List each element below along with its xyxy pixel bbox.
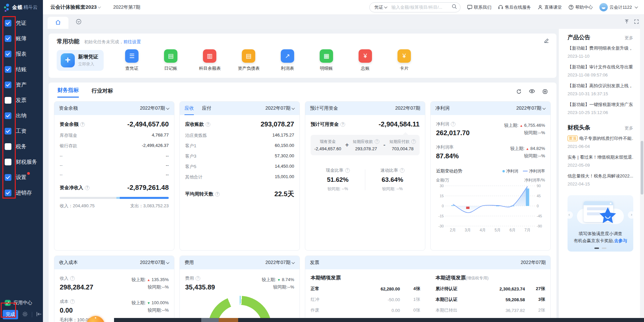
- checkbox-salary[interactable]: [5, 128, 11, 135]
- search-icon[interactable]: [452, 4, 457, 10]
- period-dropdown[interactable]: 2022年07期: [140, 105, 169, 111]
- help-icon[interactable]: ?: [196, 276, 200, 281]
- search-input[interactable]: [391, 5, 452, 10]
- help-icon[interactable]: ?: [400, 168, 405, 173]
- shortcut-general-ledger[interactable]: ¥总账: [355, 49, 376, 71]
- shortcut-daybook[interactable]: ▤日记账: [160, 49, 181, 71]
- help-icon[interactable]: ?: [215, 192, 220, 197]
- period-dropdown[interactable]: 2022年07期: [140, 260, 169, 266]
- edit-pencil-icon[interactable]: [544, 38, 549, 45]
- help-icon[interactable]: ?: [411, 139, 416, 144]
- help-icon[interactable]: ?: [70, 276, 75, 281]
- user-menu[interactable]: 云会计1122: [599, 3, 638, 11]
- help-center-link[interactable]: 帮助中心: [569, 4, 593, 10]
- checkbox-report[interactable]: [5, 51, 11, 57]
- tab-finance-indicators[interactable]: 财务指标: [57, 87, 79, 98]
- checkbox-tax[interactable]: [5, 143, 11, 150]
- sidebar-item-ledger[interactable]: 账簿: [5, 34, 43, 43]
- news-item[interactable]: 信息量很大！税务总局解读2022...2022-04-15: [568, 173, 633, 186]
- refresh-icon[interactable]: [516, 89, 522, 96]
- shortcut-detail-ledger[interactable]: ▦明细账: [316, 49, 337, 71]
- carousel-next-icon[interactable]: ›: [628, 211, 635, 219]
- live-classroom-link[interactable]: 直播课堂: [538, 4, 562, 10]
- shortcut-account-balance[interactable]: ▥科目余额表: [199, 49, 220, 71]
- tab-list-dropdown-icon[interactable]: [76, 19, 82, 26]
- checkbox-inventory[interactable]: [5, 190, 11, 196]
- period-dropdown[interactable]: 2022年07期: [265, 260, 295, 266]
- help-icon[interactable]: ?: [340, 122, 345, 127]
- income-label: 收入：204,490.75: [60, 203, 95, 209]
- sidebar-item-salary[interactable]: 工资: [5, 127, 43, 136]
- goto-settings-link[interactable]: 前往设置: [123, 39, 141, 44]
- tab-industry-benchmark[interactable]: 行业对标: [92, 88, 113, 97]
- after-sales-service-link[interactable]: 售后在线服务: [498, 4, 531, 10]
- fullscreen-icon[interactable]: [634, 19, 639, 25]
- tab-payable[interactable]: 应付: [202, 102, 211, 115]
- sidebar-item-voucher[interactable]: 凭证: [5, 19, 43, 28]
- sidebar-item-tax[interactable]: 税务: [5, 142, 43, 151]
- checkbox-closing[interactable]: [5, 66, 11, 73]
- shortcut-card[interactable]: ¥卡片: [393, 49, 415, 71]
- help-icon[interactable]: ?: [451, 122, 455, 126]
- sidebar-item-invoice[interactable]: 发票: [5, 96, 43, 105]
- help-icon[interactable]: ?: [375, 139, 379, 144]
- eye-icon[interactable]: [529, 89, 535, 96]
- svg-text:2月: 2月: [450, 228, 456, 232]
- collapse-sidebar-icon[interactable]: [36, 312, 42, 318]
- checkbox-tax-service[interactable]: [5, 159, 11, 165]
- sidebar-item-closing[interactable]: 结账: [5, 65, 43, 74]
- shortcut-balance-statement[interactable]: ▤资产负债表: [238, 49, 259, 71]
- sidebar-item-tax-service[interactable]: 财税服务: [5, 158, 43, 166]
- brand-logo-icon: [3, 3, 11, 11]
- gear-icon[interactable]: [542, 89, 548, 96]
- promo-join-link[interactable]: 去参与: [614, 238, 627, 243]
- help-icon[interactable]: ?: [206, 122, 210, 127]
- announcement-item[interactable]: 【新功能】一键报税新增支持广东...2023-10-25 15:12:06: [568, 102, 633, 115]
- page-scrollbar[interactable]: [640, 15, 644, 322]
- sidebar-item-asset[interactable]: 资产: [5, 80, 43, 89]
- help-icon[interactable]: ?: [345, 168, 350, 173]
- checkbox-ledger[interactable]: [5, 35, 11, 42]
- survey-promo-card[interactable]: ‹ › 填写体验满意度小调查 有机会赢京东卡奖励,去参与: [568, 195, 633, 252]
- account-set-selector[interactable]: 云会计体验账套2023: [50, 4, 101, 10]
- shortcut-check-voucher[interactable]: ☰查凭证: [121, 49, 143, 71]
- tab-receivable[interactable]: 应收: [184, 102, 194, 115]
- help-icon[interactable]: ?: [85, 185, 90, 190]
- news-item[interactable]: 实务 | 看过来！增值税期末留抵退...2022-05-09: [568, 154, 633, 168]
- announcement-item[interactable]: 【新功能】高拍仪识别发票上线，...2023-10-31 16:37:15: [568, 83, 633, 96]
- checkbox-invoice[interactable]: [5, 97, 11, 104]
- help-icon[interactable]: ?: [70, 299, 75, 304]
- new-voucher-button[interactable]: + 新增凭证 立即录入: [57, 50, 104, 71]
- checkbox-voucher[interactable]: [5, 20, 11, 26]
- scrollbar-thumb[interactable]: [641, 141, 643, 195]
- sidebar-item-settings[interactable]: 设置: [5, 173, 43, 182]
- period-label: 2022年07期: [395, 105, 420, 111]
- sidebar-item-inventory[interactable]: 进销存: [5, 189, 43, 197]
- invoice-row: 累计待认证2,300,623.7427张: [436, 286, 545, 292]
- theme-sun-icon[interactable]: [22, 311, 28, 318]
- announcement-item[interactable]: 【新功能】审计文件在线化导出重...2023-11-08 09:57:06: [568, 64, 633, 77]
- sidebar-item-cashier[interactable]: 出纳: [5, 111, 43, 120]
- checkbox-asset[interactable]: [5, 82, 11, 88]
- period-dropdown[interactable]: 2022年07期: [265, 105, 295, 111]
- shortcut-profit-statement[interactable]: ↗利润表: [277, 49, 298, 71]
- announcement-item[interactable]: 【新功能】费用明细表全新升级，...2023-11-10: [568, 45, 633, 59]
- announcements-more-link[interactable]: 更多: [625, 35, 633, 41]
- sidebar-item-report[interactable]: 报表: [5, 50, 43, 58]
- period-dropdown[interactable]: 2022年07期: [516, 105, 546, 111]
- help-icon[interactable]: ?: [80, 122, 85, 127]
- carousel-dot[interactable]: [602, 248, 606, 249]
- carousel-dot[interactable]: [594, 248, 599, 249]
- tab-home[interactable]: [48, 17, 68, 29]
- contact-us-link[interactable]: 联系我们: [467, 4, 491, 10]
- news-more-link[interactable]: 更多: [625, 125, 633, 131]
- collapse-panel-icon[interactable]: [625, 19, 629, 25]
- app-center-link[interactable]: 应用中心: [5, 300, 43, 306]
- news-item[interactable]: 置顶电子专票的纸质打印件不能...2021-06-04: [568, 136, 633, 149]
- checkbox-settings[interactable]: [5, 174, 11, 181]
- done-button[interactable]: 完成: [3, 310, 18, 319]
- checkbox-cashier[interactable]: [5, 112, 11, 119]
- search-category-dropdown[interactable]: 凭证: [374, 4, 387, 10]
- carousel-prev-icon[interactable]: ‹: [566, 211, 573, 219]
- promo-line1: 填写体验满意度小调查: [568, 230, 633, 237]
